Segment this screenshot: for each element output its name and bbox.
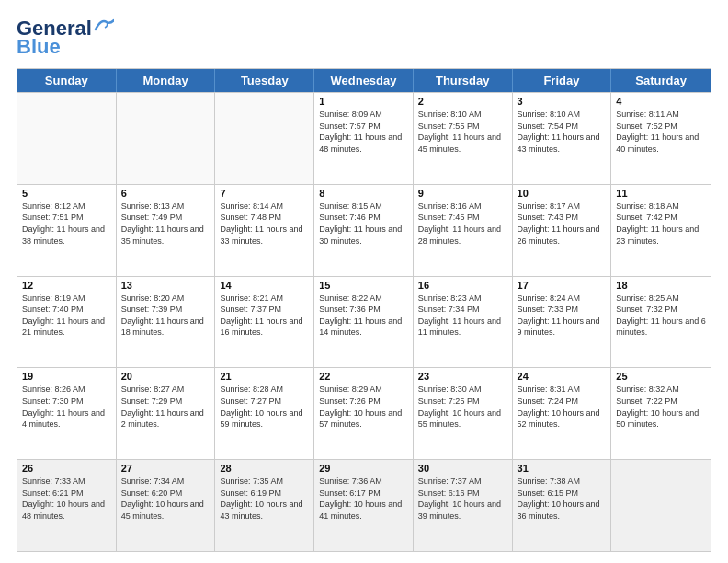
header-day-monday: Monday: [117, 69, 216, 92]
day-number: 20: [121, 371, 210, 382]
calendar-cell: 22Sunrise: 8:29 AM Sunset: 7:26 PM Dayli…: [314, 368, 414, 459]
day-number: 18: [616, 280, 706, 291]
calendar-cell: [117, 93, 216, 184]
calendar-header: SundayMondayTuesdayWednesdayThursdayFrid…: [17, 69, 711, 92]
day-info: Sunrise: 7:37 AM Sunset: 6:16 PM Dayligh…: [418, 476, 507, 522]
day-info: Sunrise: 8:09 AM Sunset: 7:57 PM Dayligh…: [319, 109, 408, 155]
day-info: Sunrise: 8:19 AM Sunset: 7:40 PM Dayligh…: [22, 293, 111, 339]
day-info: Sunrise: 8:17 AM Sunset: 7:43 PM Dayligh…: [518, 201, 607, 247]
day-info: Sunrise: 7:38 AM Sunset: 6:15 PM Dayligh…: [518, 476, 607, 522]
day-info: Sunrise: 7:34 AM Sunset: 6:20 PM Dayligh…: [121, 476, 210, 522]
day-number: 27: [121, 463, 210, 474]
calendar-cell: 14Sunrise: 8:21 AM Sunset: 7:37 PM Dayli…: [215, 277, 314, 368]
day-number: 13: [121, 280, 210, 291]
header-day-thursday: Thursday: [414, 69, 513, 92]
calendar-cell: 1Sunrise: 8:09 AM Sunset: 7:57 PM Daylig…: [314, 93, 414, 184]
day-info: Sunrise: 8:14 AM Sunset: 7:48 PM Dayligh…: [220, 201, 309, 247]
calendar-body: 1Sunrise: 8:09 AM Sunset: 7:57 PM Daylig…: [17, 92, 711, 551]
day-number: 21: [220, 371, 309, 382]
calendar-row-2: 12Sunrise: 8:19 AM Sunset: 7:40 PM Dayli…: [17, 276, 711, 368]
logo: General Blue: [17, 17, 114, 59]
calendar-cell: 21Sunrise: 8:28 AM Sunset: 7:27 PM Dayli…: [215, 368, 314, 459]
day-number: 19: [22, 371, 111, 382]
calendar-cell: 4Sunrise: 8:11 AM Sunset: 7:52 PM Daylig…: [611, 93, 711, 184]
calendar-cell: 7Sunrise: 8:14 AM Sunset: 7:48 PM Daylig…: [215, 185, 314, 276]
calendar-cell: 12Sunrise: 8:19 AM Sunset: 7:40 PM Dayli…: [17, 277, 117, 368]
day-number: 15: [319, 280, 408, 291]
calendar: SundayMondayTuesdayWednesdayThursdayFrid…: [17, 68, 711, 552]
day-number: 8: [319, 188, 408, 199]
day-info: Sunrise: 8:28 AM Sunset: 7:27 PM Dayligh…: [220, 384, 309, 430]
day-number: 3: [518, 96, 607, 107]
day-info: Sunrise: 8:24 AM Sunset: 7:33 PM Dayligh…: [518, 293, 607, 339]
calendar-cell: 13Sunrise: 8:20 AM Sunset: 7:39 PM Dayli…: [117, 277, 216, 368]
calendar-cell: 8Sunrise: 8:15 AM Sunset: 7:46 PM Daylig…: [314, 185, 414, 276]
day-number: 16: [418, 280, 507, 291]
day-info: Sunrise: 8:26 AM Sunset: 7:30 PM Dayligh…: [22, 384, 111, 430]
calendar-cell: [17, 93, 117, 184]
day-info: Sunrise: 8:15 AM Sunset: 7:46 PM Dayligh…: [319, 201, 408, 247]
day-number: 2: [418, 96, 507, 107]
day-number: 28: [220, 463, 309, 474]
day-number: 22: [319, 371, 408, 382]
calendar-cell: 3Sunrise: 8:10 AM Sunset: 7:54 PM Daylig…: [513, 93, 612, 184]
day-number: 30: [418, 463, 507, 474]
calendar-cell: 25Sunrise: 8:32 AM Sunset: 7:22 PM Dayli…: [611, 368, 711, 459]
day-number: 9: [418, 188, 507, 199]
calendar-cell: 29Sunrise: 7:36 AM Sunset: 6:17 PM Dayli…: [314, 460, 414, 551]
day-info: Sunrise: 8:11 AM Sunset: 7:52 PM Dayligh…: [616, 109, 706, 155]
calendar-cell: 6Sunrise: 8:13 AM Sunset: 7:49 PM Daylig…: [117, 185, 216, 276]
calendar-cell: [215, 93, 314, 184]
day-info: Sunrise: 8:20 AM Sunset: 7:39 PM Dayligh…: [121, 293, 210, 339]
header-day-friday: Friday: [513, 69, 612, 92]
calendar-cell: 17Sunrise: 8:24 AM Sunset: 7:33 PM Dayli…: [513, 277, 612, 368]
day-number: 11: [616, 188, 706, 199]
calendar-cell: 2Sunrise: 8:10 AM Sunset: 7:55 PM Daylig…: [414, 93, 513, 184]
day-info: Sunrise: 8:13 AM Sunset: 7:49 PM Dayligh…: [121, 201, 210, 247]
day-number: 29: [319, 463, 408, 474]
calendar-cell: 9Sunrise: 8:16 AM Sunset: 7:45 PM Daylig…: [414, 185, 513, 276]
header-day-sunday: Sunday: [17, 69, 117, 92]
calendar-cell: 19Sunrise: 8:26 AM Sunset: 7:30 PM Dayli…: [17, 368, 117, 459]
day-info: Sunrise: 8:32 AM Sunset: 7:22 PM Dayligh…: [616, 384, 706, 430]
calendar-cell: [611, 460, 711, 551]
day-number: 4: [616, 96, 706, 107]
calendar-row-4: 26Sunrise: 7:33 AM Sunset: 6:21 PM Dayli…: [17, 459, 711, 551]
header-day-tuesday: Tuesday: [215, 69, 314, 92]
calendar-cell: 11Sunrise: 8:18 AM Sunset: 7:42 PM Dayli…: [611, 185, 711, 276]
day-info: Sunrise: 8:25 AM Sunset: 7:32 PM Dayligh…: [616, 293, 706, 339]
day-number: 12: [22, 280, 111, 291]
calendar-cell: 15Sunrise: 8:22 AM Sunset: 7:36 PM Dayli…: [314, 277, 414, 368]
day-info: Sunrise: 8:31 AM Sunset: 7:24 PM Dayligh…: [518, 384, 607, 430]
calendar-cell: 26Sunrise: 7:33 AM Sunset: 6:21 PM Dayli…: [17, 460, 117, 551]
day-info: Sunrise: 8:29 AM Sunset: 7:26 PM Dayligh…: [319, 384, 408, 430]
calendar-row-0: 1Sunrise: 8:09 AM Sunset: 7:57 PM Daylig…: [17, 92, 711, 184]
logo-blue: Blue: [17, 35, 61, 59]
page: General Blue SundayMondayTuesdayWednesda…: [0, 0, 728, 563]
day-info: Sunrise: 8:10 AM Sunset: 7:55 PM Dayligh…: [418, 109, 507, 155]
day-number: 6: [121, 188, 210, 199]
day-info: Sunrise: 8:16 AM Sunset: 7:45 PM Dayligh…: [418, 201, 507, 247]
day-info: Sunrise: 7:36 AM Sunset: 6:17 PM Dayligh…: [319, 476, 408, 522]
day-info: Sunrise: 8:12 AM Sunset: 7:51 PM Dayligh…: [22, 201, 111, 247]
day-number: 7: [220, 188, 309, 199]
calendar-cell: 10Sunrise: 8:17 AM Sunset: 7:43 PM Dayli…: [513, 185, 612, 276]
day-number: 23: [418, 371, 507, 382]
day-info: Sunrise: 8:21 AM Sunset: 7:37 PM Dayligh…: [220, 293, 309, 339]
day-number: 31: [518, 463, 607, 474]
day-info: Sunrise: 8:30 AM Sunset: 7:25 PM Dayligh…: [418, 384, 507, 430]
calendar-cell: 31Sunrise: 7:38 AM Sunset: 6:15 PM Dayli…: [513, 460, 612, 551]
calendar-row-1: 5Sunrise: 8:12 AM Sunset: 7:51 PM Daylig…: [17, 184, 711, 276]
header: General Blue: [17, 17, 711, 59]
calendar-cell: 18Sunrise: 8:25 AM Sunset: 7:32 PM Dayli…: [611, 277, 711, 368]
calendar-cell: 24Sunrise: 8:31 AM Sunset: 7:24 PM Dayli…: [513, 368, 612, 459]
logo-bird-icon: [94, 17, 114, 33]
calendar-cell: 27Sunrise: 7:34 AM Sunset: 6:20 PM Dayli…: [117, 460, 216, 551]
day-number: 25: [616, 371, 706, 382]
day-info: Sunrise: 8:27 AM Sunset: 7:29 PM Dayligh…: [121, 384, 210, 430]
day-number: 1: [319, 96, 408, 107]
header-day-wednesday: Wednesday: [314, 69, 414, 92]
day-info: Sunrise: 8:23 AM Sunset: 7:34 PM Dayligh…: [418, 293, 507, 339]
day-number: 26: [22, 463, 111, 474]
day-info: Sunrise: 7:33 AM Sunset: 6:21 PM Dayligh…: [22, 476, 111, 522]
